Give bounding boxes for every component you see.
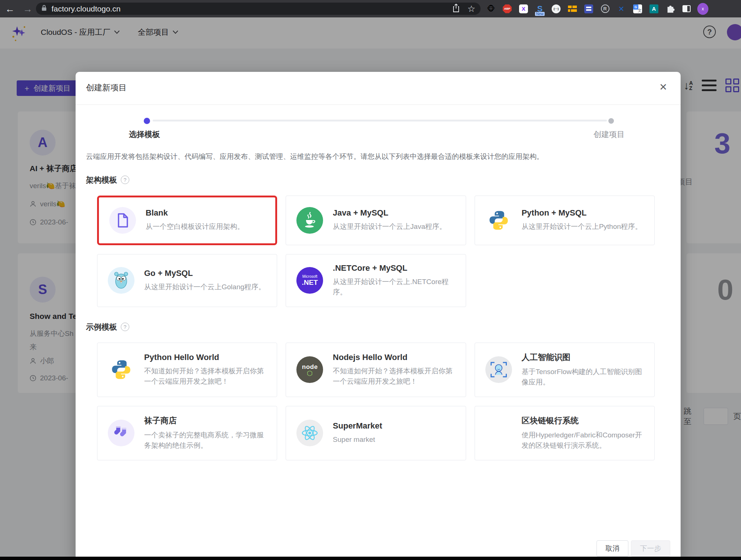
template-title: Nodejs Hello World — [333, 353, 455, 362]
template-desc: 从这里开始设计一个云上Java程序。 — [333, 221, 446, 232]
template-card-dotnet-mysql[interactable]: Microsoft .NET .NETCore + MySQL从这里开始设计一个… — [286, 254, 466, 307]
yellow-grid-extension-icon[interactable] — [567, 3, 578, 14]
extension-toolbar: 🐵 ABP X SNew {···} R ✕ G文 A x — [485, 0, 708, 17]
template-card-sock-shop[interactable]: 袜子商店一个卖袜子的完整电商系统，学习微服务架构的绝佳示例。 — [97, 406, 277, 460]
modal-footer: 取消 下一步 — [597, 540, 670, 557]
sidebar-toggle-icon[interactable] — [681, 3, 692, 14]
list-extension-icon[interactable] — [583, 3, 594, 14]
template-title: Blank — [146, 208, 244, 218]
template-card-blank[interactable]: Blank从一个空白模板设计应用架构。 — [97, 196, 277, 245]
lock-icon — [41, 4, 47, 13]
template-card-supermarket[interactable]: SuperMarketSuper market — [286, 406, 466, 460]
screen: ← → ⟳ factory.cloudtogo.cn ☆ 🐵 ABP X SNe… — [0, 0, 741, 560]
modal-description: 云端应用开发将包括架构设计、代码编写、应用发布、测试管理、运维监控等各个环节。请… — [86, 151, 651, 162]
step-dot-active — [144, 118, 150, 124]
section-example-templates: 示例模板 ? — [86, 322, 681, 332]
template-title: Python Hello World — [144, 353, 266, 362]
template-desc: Super market — [333, 434, 382, 445]
s-extension-icon[interactable]: SNew — [534, 3, 545, 14]
template-desc: 从一个空白模板设计应用架构。 — [146, 221, 244, 232]
template-title: Python + MySQL — [522, 208, 642, 218]
empty-icon-placeholder — [485, 420, 512, 446]
template-card-python-hello-world[interactable]: Python Hello World不知道如何开始？选择本模板开启你第一个云端应… — [97, 343, 277, 397]
step-label-create-project: 创建项目 — [594, 129, 625, 140]
help-icon[interactable]: ? — [121, 323, 129, 331]
next-step-button[interactable]: 下一步 — [631, 540, 670, 557]
bookmark-star-icon[interactable]: ☆ — [467, 4, 475, 14]
close-icon[interactable]: ✕ — [659, 81, 667, 93]
step-label-select-template: 选择模板 — [129, 129, 160, 140]
template-title: .NETCore + MySQL — [333, 263, 455, 273]
address-bar[interactable]: factory.cloudtogo.cn ☆ — [36, 3, 481, 15]
template-desc: 基于TensorFlow构建的人工智能识别图像应用。 — [522, 367, 644, 388]
modal-title: 创建新项目 — [86, 82, 127, 93]
blank-file-icon — [109, 207, 136, 234]
adblock-icon[interactable]: ABP — [502, 3, 513, 14]
modal-header: 创建新项目 ✕ — [76, 72, 681, 105]
template-title: SuperMarket — [333, 421, 382, 431]
template-card-java-mysql[interactable]: Java + MySQL从这里开始设计一个云上Java程序。 — [286, 196, 466, 245]
face-scan-icon — [485, 356, 512, 383]
tampermonkey-icon[interactable]: 🐵 — [485, 3, 496, 14]
template-desc: 一个卖袜子的完整电商系统，学习微服务架构的绝佳示例。 — [144, 430, 266, 451]
braces-extension-icon[interactable]: {···} — [551, 3, 562, 14]
browser-chrome: ← → ⟳ factory.cloudtogo.cn ☆ 🐵 ABP X SNe… — [0, 0, 741, 17]
url-text: factory.cloudtogo.cn — [51, 4, 452, 13]
a-extension-icon[interactable]: A — [648, 3, 659, 14]
template-desc: 从这里开始设计一个云上Golang程序。 — [144, 282, 265, 293]
back-button[interactable]: ← — [5, 4, 15, 14]
bottom-black-strip — [0, 557, 741, 560]
template-card-ai-image-recognition[interactable]: 人工智能识图基于TensorFlow构建的人工智能识别图像应用。 — [475, 343, 655, 397]
java-icon — [296, 207, 323, 234]
translate-extension-icon[interactable]: G文 — [632, 3, 643, 14]
template-card-nodejs-hello-world[interactable]: node Nodejs Hello World不知道如何开始？选择本模板开启你第… — [286, 343, 466, 397]
wizard-stepper: 选择模板 创建项目 — [76, 114, 681, 143]
section-arch-templates: 架构模板 ? — [86, 175, 681, 185]
blue-x-extension-icon[interactable]: ✕ — [616, 3, 627, 14]
template-title: 区块链银行系统 — [522, 415, 644, 426]
template-title: 袜子商店 — [144, 415, 266, 426]
python-icon — [108, 356, 134, 383]
step-dot-idle — [608, 118, 614, 124]
template-title: Java + MySQL — [333, 208, 446, 218]
puzzle-extensions-icon[interactable] — [665, 3, 676, 14]
template-title: Go + MySQL — [144, 269, 265, 278]
template-desc: 不知道如何开始？选择本模板开启你第一个云端应用开发之旅吧！ — [144, 366, 266, 387]
forward-button[interactable]: → — [23, 4, 33, 14]
socks-icon — [108, 420, 134, 446]
template-desc: 从这里开始设计一个云上Python程序。 — [522, 221, 642, 232]
stepper-track — [153, 120, 607, 121]
template-desc: 不知道如何开始？选择本模板开启你第一个云端应用开发之旅吧！ — [333, 366, 455, 387]
share-icon[interactable] — [452, 4, 460, 14]
python-icon — [485, 207, 512, 234]
create-project-modal: 创建新项目 ✕ 选择模板 创建项目 云端应用开发将包括架构设计、代码编写、应用发… — [76, 72, 681, 560]
cancel-button[interactable]: 取消 — [597, 540, 628, 557]
template-title: 人工智能识图 — [522, 352, 644, 363]
react-icon — [296, 420, 323, 446]
browser-profile-avatar[interactable]: x — [697, 3, 708, 14]
x-extension-icon[interactable]: X — [518, 3, 529, 14]
r-extension-icon[interactable]: R — [599, 3, 611, 14]
example-template-grid: Python Hello World不知道如何开始？选择本模板开启你第一个云端应… — [97, 343, 655, 460]
arch-template-grid: Blank从一个空白模板设计应用架构。 Java + MySQL从这里开始设计一… — [97, 196, 655, 307]
dotnet-icon: Microsoft .NET — [296, 267, 323, 294]
nodejs-icon: node — [296, 356, 323, 383]
go-gopher-icon — [108, 267, 134, 294]
template-desc: 使用Hyperledger/Fabric和Composer开发的区块链银行演示系… — [522, 430, 644, 451]
template-card-python-mysql[interactable]: Python + MySQL从这里开始设计一个云上Python程序。 — [475, 196, 655, 245]
template-desc: 从这里开始设计一个云上.NETCore程序。 — [333, 277, 455, 298]
template-card-go-mysql[interactable]: Go + MySQL从这里开始设计一个云上Golang程序。 — [97, 254, 277, 307]
template-card-blockchain-bank[interactable]: 区块链银行系统使用Hyperledger/Fabric和Composer开发的区… — [475, 406, 655, 460]
help-icon[interactable]: ? — [121, 176, 129, 184]
